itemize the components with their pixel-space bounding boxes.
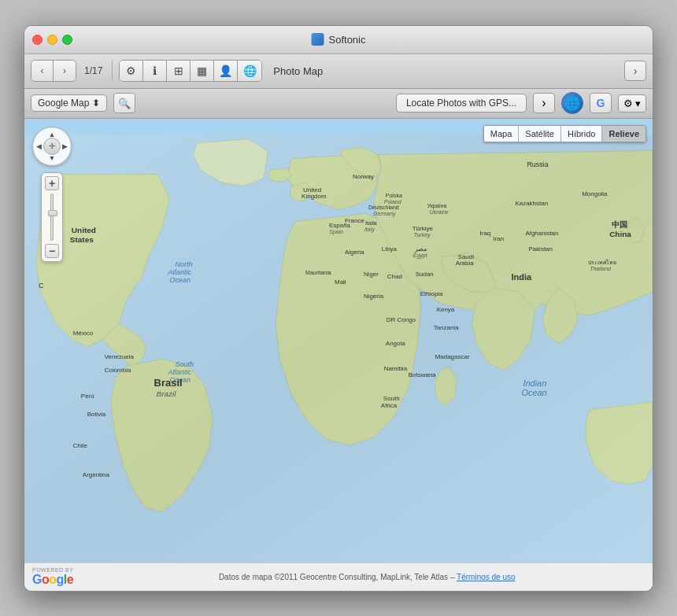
map-type-hibrido[interactable]: Híbrido (561, 126, 602, 142)
svg-text:Libya: Libya (382, 245, 398, 253)
google-g-button[interactable]: G (590, 93, 612, 113)
person-icon-button[interactable]: 👤 (214, 61, 238, 81)
powered-by-label: POWERED BY (32, 567, 73, 573)
svg-text:Egypt: Egypt (413, 253, 428, 259)
zoom-in-button[interactable]: + (45, 176, 59, 190)
person-icon: 👤 (219, 65, 232, 77)
svg-text:Perú: Perú (81, 392, 94, 399)
pan-control[interactable]: ▲ ▼ ◀ ▶ ✛ (32, 127, 72, 166)
svg-text:Atlantic: Atlantic (168, 268, 192, 276)
app-window: Softonic ‹ › 1/17 ⚙ ℹ ⊞ ▦ 👤 🌐 Photo Ma (24, 25, 653, 592)
svg-text:Sudan: Sudan (416, 271, 434, 278)
svg-text:Norway: Norway (353, 172, 374, 179)
grid-icon-button[interactable]: ⊞ (167, 61, 191, 81)
zoom-track[interactable] (50, 194, 54, 241)
map-type-satelite[interactable]: Satélite (519, 126, 561, 142)
window-title: Softonic (329, 34, 366, 46)
svg-text:Nigeria: Nigeria (364, 293, 384, 300)
svg-text:Thailand: Thailand (590, 266, 612, 271)
arrow-icon: › (542, 96, 546, 110)
pan-up-icon: ▲ (49, 131, 56, 138)
dropdown-arrow: ⬍ (92, 98, 100, 109)
svg-text:Iran: Iran (494, 235, 505, 242)
map-footer: POWERED BY Google Datos de mapa ©2011 Ge… (24, 563, 653, 591)
svg-text:South: South (383, 394, 400, 401)
app-icon (312, 33, 324, 46)
svg-text:México: México (73, 330, 94, 337)
map-type-relieve[interactable]: Relieve (602, 126, 646, 142)
main-toolbar: ‹ › 1/17 ⚙ ℹ ⊞ ▦ 👤 🌐 Photo Map › (24, 54, 653, 89)
settings-button[interactable]: ⚙ ▾ (618, 94, 646, 113)
globe-icon-button[interactable]: 🌐 (238, 61, 261, 81)
svg-text:Mali: Mali (335, 278, 346, 286)
svg-text:Arabia: Arabia (456, 260, 475, 267)
svg-text:Kazakhstan: Kazakhstan (515, 200, 548, 207)
arrow-action-button[interactable]: › (533, 93, 555, 113)
pan-ring[interactable]: ▲ ▼ ◀ ▶ ✛ (32, 127, 72, 166)
svg-text:Colombia: Colombia (105, 366, 131, 373)
svg-text:Tanzania: Tanzania (434, 324, 459, 331)
forward-button[interactable]: › (54, 61, 76, 81)
svg-text:C: C (39, 282, 44, 290)
svg-text:Algeria: Algeria (345, 249, 364, 256)
pan-left-icon: ◀ (36, 142, 42, 150)
zoom-thumb[interactable] (48, 210, 57, 216)
svg-text:Kingdom: Kingdom (302, 193, 327, 200)
svg-text:Poland: Poland (384, 199, 402, 205)
info-icon-button[interactable]: ℹ (143, 61, 167, 81)
svg-text:Mauritania: Mauritania (305, 270, 331, 275)
map-type-buttons: Mapa Satélite Híbrido Relieve (483, 125, 646, 142)
svg-text:Venezuela: Venezuela (105, 352, 135, 360)
svg-text:Niger: Niger (364, 271, 379, 278)
map-container[interactable]: United Kingdom Norway Russia Polska Pola… (24, 119, 653, 591)
terms-link[interactable]: Términos de uso (457, 573, 515, 581)
map-type-mapa[interactable]: Mapa (484, 126, 520, 142)
svg-text:Kenya: Kenya (437, 306, 455, 313)
svg-text:Iraq: Iraq (480, 230, 491, 237)
minimize-button[interactable] (47, 35, 57, 45)
svg-text:DR Congo: DR Congo (387, 316, 416, 323)
svg-text:Botswana: Botswana (409, 371, 437, 378)
svg-text:Russia: Russia (527, 160, 548, 168)
map-type-label: Google Map (38, 98, 89, 109)
traffic-lights (32, 35, 72, 45)
svg-text:Ocean: Ocean (521, 387, 546, 397)
svg-text:Madagascar: Madagascar (435, 352, 470, 360)
svg-text:Polska: Polska (386, 193, 402, 198)
toolbar-divider-1 (112, 61, 113, 81)
svg-text:United: United (303, 186, 321, 193)
maximize-button[interactable] (62, 35, 72, 45)
svg-text:Chile: Chile (73, 441, 88, 448)
svg-text:Brazil: Brazil (157, 389, 177, 397)
svg-text:Atlantic: Atlantic (168, 367, 192, 375)
film-icon: ▦ (197, 65, 207, 77)
globe-action-icon: 🌐 (564, 96, 580, 111)
map-type-select[interactable]: Google Map ⬍ (31, 94, 107, 112)
svg-text:India: India (511, 272, 531, 282)
footer-copyright: Datos de mapa ©2011 Geocentre Consulting… (89, 573, 645, 581)
svg-text:United: United (72, 226, 96, 234)
back-button[interactable]: ‹ (31, 61, 54, 81)
svg-text:States: States (70, 235, 94, 244)
svg-text:Deutschland: Deutschland (368, 205, 399, 210)
svg-text:ประเทศไทย: ประเทศไทย (588, 259, 616, 265)
arrow-right-button[interactable]: › (624, 61, 646, 81)
locate-photos-button[interactable]: Locate Photos with GPS... (396, 94, 527, 113)
globe-action-button[interactable]: 🌐 (561, 92, 583, 114)
arrow-right-icon: › (634, 65, 638, 77)
nav-buttons: ‹ › (31, 60, 76, 82)
svg-text:Argentina: Argentina (83, 470, 110, 478)
gear-icon-button[interactable]: ⚙ (120, 61, 143, 81)
search-button[interactable]: 🔍 (113, 93, 135, 113)
svg-text:Chad: Chad (387, 273, 402, 280)
close-button[interactable] (32, 35, 43, 45)
pan-down-icon: ▼ (49, 154, 56, 162)
film-icon-button[interactable]: ▦ (191, 61, 214, 81)
zoom-out-button[interactable]: − (45, 244, 59, 258)
settings-gear-icon: ⚙ (623, 98, 633, 109)
search-icon: 🔍 (118, 98, 131, 109)
google-name: Google (32, 573, 73, 587)
svg-text:Ethiopia: Ethiopia (420, 290, 443, 297)
title-bar-center: Softonic (312, 33, 366, 46)
svg-text:Afghanistan: Afghanistan (525, 230, 558, 237)
